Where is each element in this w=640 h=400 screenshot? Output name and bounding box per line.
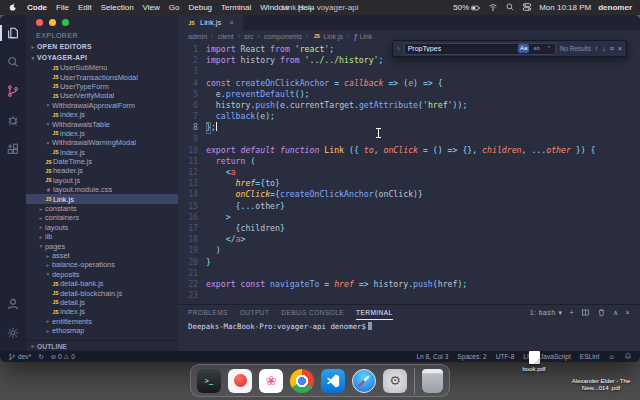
tree-item-userverifymodal[interactable]: JSUserVerifyModal [26,91,178,100]
code-line-15[interactable]: 15 {...other} [178,201,640,212]
spotlight-icon[interactable] [505,2,515,14]
tree-item-index-js[interactable]: JSindex.js [26,148,178,157]
tree-item-detail-bank-js[interactable]: JSdetail-bank.js [26,279,178,288]
battery-indicator[interactable]: 50% [453,3,481,13]
code-line-4[interactable]: 4const createOnClickAnchor = callback =>… [178,78,640,89]
menu-debug[interactable]: Debug [188,3,212,12]
breadcrumb-link-js[interactable]: JSLink.js [312,33,343,40]
code-editor[interactable]: 1import React from 'react';2import histo… [178,42,640,304]
split-terminal-icon[interactable] [581,308,590,318]
menubar-user[interactable]: denomer [598,3,632,12]
breadcrumb-admin[interactable]: admin [188,33,207,40]
tree-item-lib[interactable]: ▸lib [26,232,178,241]
apple-menu-icon[interactable] [8,2,18,14]
tree-item-usertransactionsmodal[interactable]: JSUserTransactionsModal [26,72,178,81]
tree-item-layout-module-css[interactable]: #layout.module.css [26,185,178,194]
status-eslint[interactable]: ESLint [580,353,599,360]
find-toggle-0[interactable]: Aa [518,44,529,53]
dock-trash-icon[interactable] [422,369,443,393]
project-section[interactable]: ▾ VOYAGER-API [26,52,178,63]
code-line-16[interactable]: 16 > [178,212,640,223]
tree-item-containers[interactable]: ▸containers [26,213,178,222]
code-line-8[interactable]: 8}; [178,122,640,133]
maximize-panel-icon[interactable]: ∧ [613,309,619,317]
desktop-file-1[interactable]: Alexander Elder - The New...014 .pdf [565,378,637,392]
tree-item-detail-js[interactable]: JSdetail.js [26,298,178,307]
toggle-replace-icon[interactable]: › [397,44,400,53]
menu-file[interactable]: File [56,3,69,12]
tree-item-datetime-js[interactable]: JSDateTime.js [26,157,178,166]
find-toggle-1[interactable]: ab [531,44,542,53]
tree-item-deposits[interactable]: ▾deposits [26,270,178,279]
tree-item-entitlements[interactable]: ▸entitlements [26,317,178,326]
search-icon[interactable] [0,52,26,72]
find-input[interactable]: PropTypes Aaab.* [404,43,556,55]
open-editors-section[interactable]: ▸ OPEN EDITORS [26,41,178,52]
sync-icon[interactable]: ↻ [38,353,44,361]
dock-settings-icon[interactable]: ⚙ [383,369,407,393]
tree-item-usertypeform[interactable]: JSUserTypeForm [26,82,178,91]
tree-item-header-js[interactable]: JSheader.js [26,166,178,175]
code-line-20[interactable]: 20} [178,257,640,268]
tree-item-balance-operations[interactable]: ▸balance-operations [26,260,178,269]
terminal-output[interactable]: Deepaks-MacBook-Pro:voyager-api denomer$ [178,320,640,351]
tree-item-layout-js[interactable]: JSlayout.js [26,176,178,185]
tree-item-index-js[interactable]: JSindex.js [26,307,178,316]
wifi-icon[interactable] [488,2,498,14]
menu-selection[interactable]: Selection [101,3,134,12]
settings-icon[interactable] [0,323,26,343]
breadcrumb-client[interactable]: client [217,33,233,40]
menubar-clock[interactable]: Mon 10:18 PM [539,3,591,12]
find-in-selection-icon[interactable]: ≡ [610,45,614,52]
debug-icon[interactable] [0,110,26,130]
code-line-14[interactable]: 14 onClick={createOnClickAnchor(onClick)… [178,189,640,200]
kill-terminal-icon[interactable] [597,308,606,318]
code-line-3[interactable]: 3 [178,66,640,77]
tab-link-js[interactable]: JS Link.js × [178,15,243,30]
code-line-12[interactable]: 12 <a [178,167,640,178]
tree-item-withdrawalapprovalform[interactable]: ▾WithdrawalApprovalForm [26,101,178,110]
source-control-icon[interactable] [0,81,26,101]
menu-edit[interactable]: Edit [78,3,92,12]
close-tab-icon[interactable]: × [229,18,234,27]
find-toggle-2[interactable]: .* [544,44,552,53]
tree-item-withdrawalstable[interactable]: ▾WithdrawalsTable [26,119,178,128]
panel-tab-output[interactable]: OUTPUT [240,305,270,320]
dock-chrome-icon[interactable] [290,369,314,393]
tree-item-index-js[interactable]: JSindex.js [26,110,178,119]
breadcrumb-components[interactable]: components [264,33,302,40]
explorer-icon[interactable] [0,23,26,43]
menu-go[interactable]: Go [169,3,180,12]
tree-item-ethosmap[interactable]: ▸ethosmap [26,326,178,335]
code-line-18[interactable]: 18 </a> [178,234,640,245]
git-branch-indicator[interactable]: dev* [8,353,31,361]
breadcrumb-link[interactable]: ƒLink [353,33,372,40]
code-line-13[interactable]: 13 href={to} [178,178,640,189]
code-line-11[interactable]: 11 return ( [178,156,640,167]
tree-item-layouts[interactable]: ▸layouts [26,223,178,232]
close-find-icon[interactable]: × [618,45,622,52]
outline-section[interactable]: ▸ OUTLINE [26,340,178,351]
status-spaces-2[interactable]: Spaces: 2 [457,353,486,360]
code-line-21[interactable]: 21 [178,268,640,279]
notifications-bell-icon[interactable] [624,352,632,361]
find-next-icon[interactable]: ↓ [602,45,606,52]
zoom-window-button[interactable] [62,19,69,26]
find-previous-icon[interactable]: ↑ [595,45,599,52]
code-line-7[interactable]: 7 callback(e); [178,111,640,122]
code-line-9[interactable]: 9 [178,134,640,145]
dock-photos-icon[interactable]: ❀ [259,369,283,393]
panel-tab-terminal[interactable]: TERMINAL [356,305,393,320]
dock-terminal-icon[interactable]: >_ [197,369,221,393]
account-icon[interactable] [0,294,26,314]
tree-item-pages[interactable]: ▾pages [26,241,178,250]
control-center-icon[interactable] [522,2,532,14]
menu-terminal[interactable]: Terminal [221,3,251,12]
tree-item-detail-blockchain-js[interactable]: JSdetail-blockchain.js [26,288,178,297]
extensions-icon[interactable] [0,139,26,159]
menu-code[interactable]: Code [27,3,47,12]
minimize-window-button[interactable] [49,19,56,26]
code-line-17[interactable]: 17 {children} [178,223,640,234]
problems-indicator[interactable]: ⊘ 0 ⚠ 0 [51,353,75,361]
tree-item-asset[interactable]: ▸asset [26,251,178,260]
